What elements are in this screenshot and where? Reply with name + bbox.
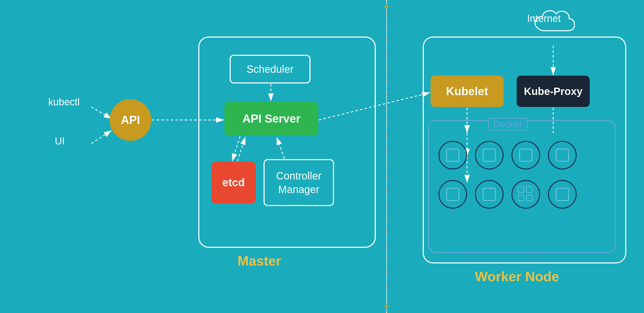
pod-8: [548, 180, 577, 209]
pod-5: [438, 180, 467, 209]
pod-8-icon: [556, 188, 569, 201]
pod-1: [438, 141, 467, 170]
pod-7-icon: [518, 186, 534, 202]
pod-3: [511, 141, 540, 170]
kubelet-box: Kubelet: [431, 76, 504, 107]
pod-7: [511, 180, 540, 209]
pod-1-icon: [446, 149, 459, 162]
docker-label: Docker: [488, 118, 528, 130]
scheduler-box: Scheduler: [230, 55, 311, 83]
controller-manager-label: ControllerManager: [276, 169, 321, 196]
ui-label: UI: [55, 136, 65, 147]
divider-dot-top: [385, 5, 388, 8]
api-server-box: API Server: [224, 102, 318, 136]
master-label: Master: [237, 253, 281, 269]
pod-2-icon: [483, 149, 496, 162]
pod-2: [475, 141, 504, 170]
divider-line: [386, 0, 387, 313]
svg-line-1: [91, 107, 112, 119]
pod-6-icon: [483, 188, 496, 201]
controller-manager-box: ControllerManager: [264, 159, 334, 206]
pod-3-icon: [519, 149, 532, 162]
kubectl-label: kubectl: [48, 97, 80, 108]
divider-dot-bottom: [385, 305, 388, 308]
pod-6: [475, 180, 504, 209]
pod-4-icon: [556, 149, 569, 162]
api-circle: API: [110, 99, 151, 141]
worker-label: Worker Node: [475, 269, 559, 284]
pod-5-icon: [446, 188, 459, 201]
internet-label: Internet: [527, 13, 561, 24]
svg-line-2: [91, 130, 112, 143]
kube-proxy-box: Kube-Proxy: [517, 76, 590, 107]
etcd-box: etcd: [211, 162, 256, 203]
pod-4: [548, 141, 577, 170]
